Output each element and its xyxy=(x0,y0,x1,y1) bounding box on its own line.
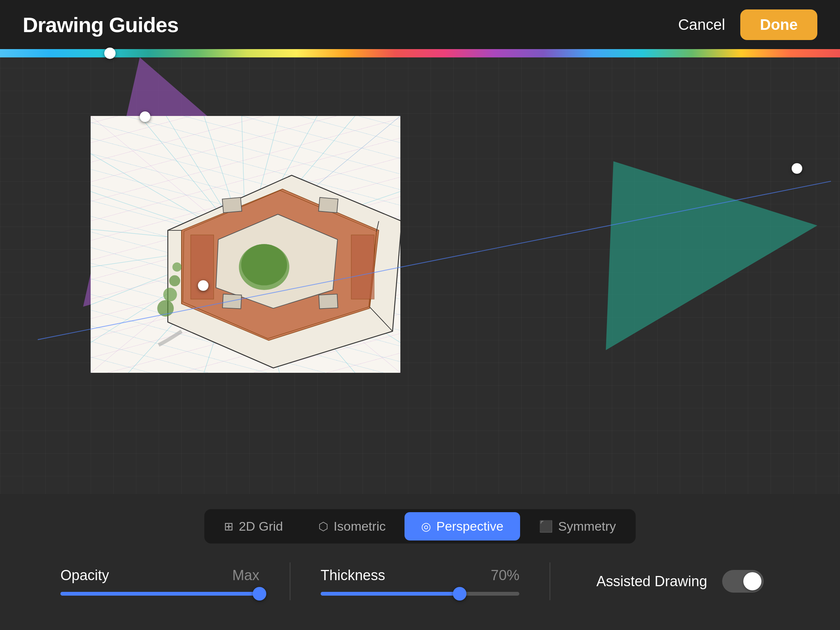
cancel-button[interactable]: Cancel xyxy=(678,16,725,33)
tab-perspective-label: Perspective xyxy=(436,519,504,534)
svg-point-42 xyxy=(163,288,177,302)
thickness-label-row: Thickness 70% xyxy=(321,567,520,584)
opacity-value: Max xyxy=(232,567,259,584)
color-bar[interactable] xyxy=(0,49,840,57)
vanishing-point-handle-3[interactable] xyxy=(792,163,802,174)
tab-2d-grid-label: 2D Grid xyxy=(239,519,283,534)
svg-point-43 xyxy=(169,275,180,286)
toggle-knob xyxy=(743,572,761,591)
svg-rect-37 xyxy=(223,197,242,213)
svg-marker-1 xyxy=(606,161,817,350)
assisted-drawing-toggle[interactable] xyxy=(722,570,764,593)
svg-point-44 xyxy=(172,262,181,272)
tab-isometric-label: Isometric xyxy=(333,519,385,534)
header-actions: Cancel Done xyxy=(678,9,817,40)
opacity-slider-thumb[interactable] xyxy=(253,587,266,600)
isometric-icon: ⬡ xyxy=(318,520,328,533)
grid-icon: ⊞ xyxy=(224,520,234,533)
opacity-control: Opacity Max xyxy=(60,567,259,595)
svg-rect-39 xyxy=(223,294,242,309)
done-button[interactable]: Done xyxy=(740,9,817,40)
symmetry-icon: ⬛ xyxy=(539,520,553,533)
opacity-slider-track[interactable] xyxy=(60,592,259,595)
vanishing-point-handle-1[interactable] xyxy=(140,111,150,122)
thickness-control: Thickness 70% xyxy=(321,567,520,595)
svg-rect-38 xyxy=(319,197,338,213)
header: Drawing Guides Cancel Done xyxy=(0,0,840,49)
svg-rect-36 xyxy=(351,235,374,299)
sketch-canvas[interactable] xyxy=(91,116,400,373)
thickness-slider-thumb[interactable] xyxy=(453,587,466,600)
perspective-icon: ◎ xyxy=(421,520,431,533)
svg-point-32 xyxy=(242,244,287,285)
tab-2d-grid[interactable]: ⊞ 2D Grid xyxy=(207,512,300,540)
tab-symmetry-label: Symmetry xyxy=(558,519,616,534)
bottom-panel: ⊞ 2D Grid ⬡ Isometric ◎ Perspective ⬛ Sy… xyxy=(0,494,840,630)
thickness-slider-fill xyxy=(321,592,460,595)
opacity-label-row: Opacity Max xyxy=(60,567,259,584)
tab-symmetry[interactable]: ⬛ Symmetry xyxy=(523,512,633,540)
canvas-area xyxy=(0,57,840,494)
teal-triangle-overlay xyxy=(595,116,821,358)
tab-isometric[interactable]: ⬡ Isometric xyxy=(302,512,402,540)
page-title: Drawing Guides xyxy=(23,13,178,37)
vanishing-point-handle-2[interactable] xyxy=(198,280,208,291)
thickness-value: 70% xyxy=(491,567,519,584)
controls-divider-1 xyxy=(290,562,291,600)
color-bar-handle[interactable] xyxy=(104,47,115,59)
controls-row: Opacity Max Thickness 70% Assisted Drawi… xyxy=(0,562,840,600)
opacity-label: Opacity xyxy=(60,567,109,584)
svg-point-41 xyxy=(157,300,174,316)
assisted-drawing-label: Assisted Drawing xyxy=(596,573,707,590)
mode-tabs: ⊞ 2D Grid ⬡ Isometric ◎ Perspective ⬛ Sy… xyxy=(204,509,636,543)
controls-divider-2 xyxy=(549,562,550,600)
opacity-slider-fill xyxy=(60,592,259,595)
building-sketch xyxy=(132,139,400,373)
thickness-label: Thickness xyxy=(321,567,385,584)
tab-perspective[interactable]: ◎ Perspective xyxy=(404,512,520,540)
assisted-drawing-control: Assisted Drawing xyxy=(581,570,780,593)
thickness-slider-track[interactable] xyxy=(321,592,520,595)
svg-rect-40 xyxy=(319,294,338,309)
